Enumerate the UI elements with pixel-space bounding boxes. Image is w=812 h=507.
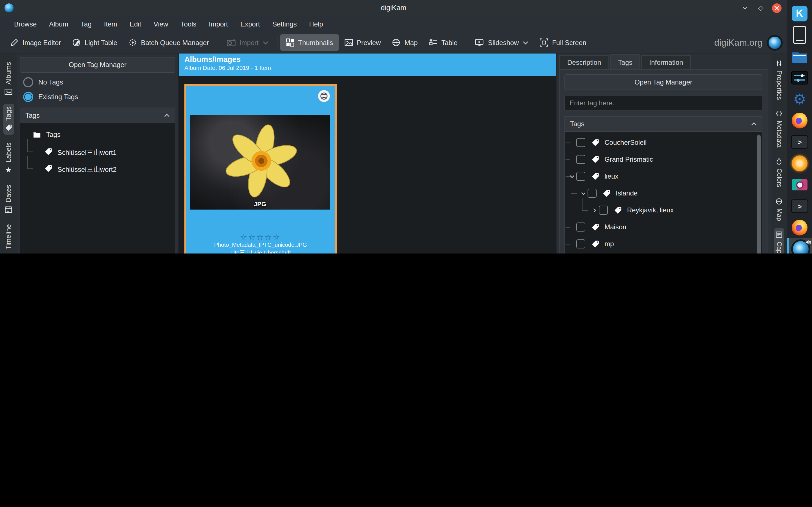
- show-desktop-icon[interactable]: [790, 24, 809, 46]
- menu-item-tag[interactable]: Tag: [74, 18, 98, 31]
- sidebar-tab-colors[interactable]: Colors: [774, 155, 784, 190]
- star-icon[interactable]: ☆: [265, 233, 273, 242]
- window-close-button[interactable]: [772, 3, 781, 13]
- tag-tree-item[interactable]: Schlüssel三山wort2: [21, 160, 174, 177]
- format-badge: JPG: [190, 201, 330, 207]
- expander-icon[interactable]: [590, 206, 599, 215]
- sidebar-tab-metadata[interactable]: Metadata: [774, 107, 784, 151]
- open-tag-manager-button-left[interactable]: Open Tag Manager: [20, 57, 175, 73]
- import-button[interactable]: Import: [221, 35, 274, 50]
- firefox-icon[interactable]: [790, 110, 809, 131]
- right-sidebar-tabs: Properties Metadata Colors Map Captions …: [771, 54, 787, 253]
- sidebar-tab-timeline[interactable]: Timeline: [3, 221, 14, 253]
- tag-tree-item[interactable]: Islande: [565, 185, 762, 202]
- tag-checkbox[interactable]: [576, 172, 585, 181]
- sidebar-tab-labels[interactable]: Labels ★: [3, 140, 14, 177]
- tree-guide: [566, 244, 570, 244]
- thumbnail-card-selected[interactable]: JPG ☆☆☆☆☆ Photo_Metadata_IPTC_unicode.JP…: [185, 84, 337, 253]
- tree-guide: [566, 176, 570, 177]
- tree-guide: [27, 156, 33, 169]
- menu-item-album[interactable]: Album: [43, 18, 74, 31]
- menu-item-item[interactable]: Item: [98, 18, 123, 31]
- sidebar-tab-albums[interactable]: Albums: [3, 59, 14, 99]
- menu-item-view[interactable]: View: [147, 18, 174, 31]
- sidebar-tab-captions[interactable]: Captions: [774, 228, 784, 253]
- tag-tree-item[interactable]: Maison: [565, 219, 762, 235]
- right-tags-section-header[interactable]: Tags: [564, 116, 762, 132]
- star-icon[interactable]: ☆: [256, 233, 264, 242]
- system-settings-gear-icon[interactable]: ⚙: [790, 89, 809, 110]
- tag-checkbox[interactable]: [576, 138, 585, 147]
- menu-item-edit[interactable]: Edit: [123, 18, 147, 31]
- tag-checkbox[interactable]: [576, 155, 585, 164]
- star-icon[interactable]: ☆: [273, 233, 281, 242]
- tag-label: lieux: [605, 172, 618, 180]
- tag-checkbox[interactable]: [576, 223, 585, 231]
- tag-tree-item[interactable]: Schlüssel三山wort1: [21, 143, 174, 160]
- globe-icon: [775, 198, 783, 205]
- tag-checkbox[interactable]: [599, 206, 608, 215]
- full-screen-button[interactable]: Full Screen: [534, 34, 592, 51]
- sidebar-tab-tags[interactable]: Tags: [3, 104, 14, 135]
- albums-icon: [4, 87, 13, 96]
- rating-stars[interactable]: ☆☆☆☆☆: [186, 234, 335, 241]
- dolphin-icon[interactable]: [790, 46, 809, 67]
- expander-icon[interactable]: [578, 189, 588, 198]
- tag-tree-item[interactable]: Grand Prismatic: [565, 151, 762, 168]
- tab-information[interactable]: Information: [642, 55, 691, 69]
- enter-tag-input[interactable]: [564, 96, 762, 110]
- tag-checkbox[interactable]: [576, 239, 585, 248]
- tag-tree-item[interactable]: Reykjavik, lieux: [565, 202, 762, 219]
- konsole-icon-2[interactable]: >: [790, 195, 809, 217]
- spectacle-icon[interactable]: [790, 174, 809, 195]
- konsole-icon[interactable]: >: [790, 131, 809, 153]
- tag-tree-item[interactable]: CoucherSoleil: [565, 134, 762, 151]
- open-tag-manager-button-right[interactable]: Open Tag Manager: [564, 74, 762, 90]
- album-header: Albums/Images Album Date: 06 Jul 2019 - …: [179, 54, 556, 76]
- tab-tags[interactable]: Tags: [610, 54, 640, 69]
- tag-tree-item[interactable]: Ort: [565, 252, 762, 253]
- no-tags-radio[interactable]: [23, 77, 33, 87]
- left-tags-panel: Open Tag Manager No Tags Existing Tags T…: [17, 54, 179, 253]
- window-maximize-button[interactable]: ◇: [756, 3, 765, 12]
- settings-sliders-icon[interactable]: [790, 67, 809, 89]
- right-tag-tree: CoucherSoleilGrand PrismaticlieuxIslande…: [564, 132, 762, 253]
- thumbnail-area[interactable]: JPG ☆☆☆☆☆ Photo_Metadata_IPTC_unicode.JP…: [179, 76, 556, 253]
- existing-tags-radio[interactable]: [23, 92, 33, 102]
- existing-tags-radio-row[interactable]: Existing Tags: [23, 92, 172, 102]
- star-icon[interactable]: ☆: [248, 233, 256, 242]
- sidebar-tab-properties[interactable]: Properties: [774, 57, 784, 103]
- thumb-filename: Photo_Metadata_IPTC_unicode.JPG: [187, 242, 334, 248]
- menu-item-settings[interactable]: Settings: [266, 18, 303, 31]
- menu-item-import[interactable]: Import: [202, 18, 234, 31]
- tag-tree-item[interactable]: mp: [565, 235, 762, 252]
- tag-checkbox[interactable]: [588, 189, 597, 198]
- left-tags-section-header[interactable]: Tags: [20, 108, 175, 123]
- preview-button[interactable]: Preview: [339, 34, 386, 51]
- firefox-icon-2[interactable]: [790, 217, 809, 238]
- table-view-button[interactable]: Table: [423, 34, 463, 51]
- menu-item-tools[interactable]: Tools: [174, 18, 202, 31]
- orange-app-icon[interactable]: [790, 153, 809, 174]
- thumbnails-view-button[interactable]: Thumbnails: [280, 34, 339, 51]
- no-tags-radio-row[interactable]: No Tags: [23, 77, 172, 87]
- sidebar-tab-map[interactable]: Map: [774, 194, 784, 224]
- batch-queue-manager-button[interactable]: Batch Queue Manager: [123, 34, 215, 51]
- tags-tab-panel: Open Tag Manager Tags CoucherSoleilGrand…: [559, 69, 767, 253]
- window-shade-button[interactable]: [741, 3, 749, 12]
- left-tag-tree: TagsSchlüssel三山wort1Schlüssel三山wort2: [20, 123, 175, 253]
- tag-tree-item[interactable]: Tags: [21, 126, 174, 143]
- tab-description[interactable]: Description: [559, 55, 609, 69]
- sidebar-tab-dates[interactable]: Dates: [3, 182, 14, 217]
- map-view-button[interactable]: Map: [387, 34, 423, 51]
- image-editor-button[interactable]: Image Editor: [4, 34, 66, 51]
- star-icon[interactable]: ☆: [240, 233, 248, 242]
- slideshow-button[interactable]: Slideshow: [469, 34, 534, 51]
- menu-item-export[interactable]: Export: [234, 18, 266, 31]
- light-table-button[interactable]: Light Table: [66, 34, 123, 51]
- kde-launcher-icon[interactable]: K: [790, 3, 809, 24]
- tag-tree-item[interactable]: lieux: [565, 168, 762, 185]
- menu-item-browse[interactable]: Browse: [8, 18, 43, 31]
- digikam-task-icon[interactable]: [787, 238, 812, 253]
- menu-item-help[interactable]: Help: [303, 18, 329, 31]
